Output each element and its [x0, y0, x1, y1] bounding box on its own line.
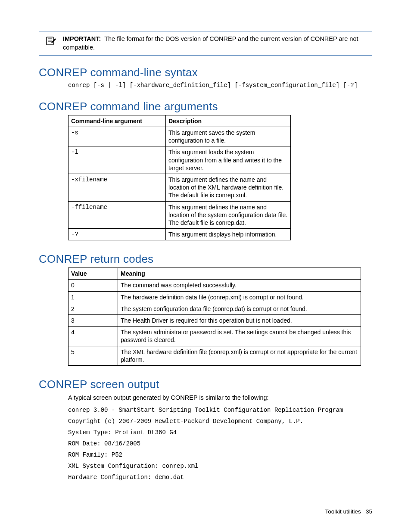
codes-table: Value Meaning 0The command was completed… — [68, 268, 361, 366]
important-label: IMPORTANT: — [63, 35, 101, 42]
table-row: 5The XML hardware definition file (conre… — [68, 346, 361, 365]
table-row: 4The system administrator password is se… — [68, 327, 361, 346]
important-text: The file format for the DOS version of C… — [63, 35, 358, 51]
args-table: Command-line argument Description -sThis… — [68, 115, 291, 240]
heading-codes: CONREP return codes — [39, 252, 372, 266]
heading-syntax: CONREP command-line syntax — [39, 66, 372, 79]
screen-output: conrep 3.00 - SmartStart Scripting Toolk… — [68, 407, 372, 481]
page-footer: Toolkit utilities 35 — [325, 508, 372, 515]
codes-col2: Meaning — [118, 268, 361, 280]
output-line: ROM Date: 08/16/2005 — [68, 440, 372, 447]
important-icon — [39, 35, 63, 46]
table-row: -lThis argument loads the system configu… — [68, 146, 291, 174]
table-row: -xfilenameThis argument defines the name… — [68, 174, 291, 201]
table-row: 2The system configuration data file (con… — [68, 303, 361, 314]
heading-output: CONREP screen output — [39, 378, 372, 391]
syntax-code: conrep [-s | -l] [-xhardware_definition_… — [68, 81, 372, 90]
table-row: 1The hardware definition data file (conr… — [68, 291, 361, 303]
args-col2: Description — [166, 115, 291, 127]
output-intro: A typical screen output generated by CON… — [68, 394, 372, 402]
output-line: XML System Configuration: conrep.xml — [68, 463, 372, 470]
table-row: -ffilenameThis argument defines the name… — [68, 201, 291, 229]
heading-args: CONREP command line arguments — [39, 100, 372, 113]
table-row: 3The Health Driver is required for this … — [68, 315, 361, 327]
footer-page: 35 — [366, 508, 372, 515]
output-line: System Type: ProLiant DL360 G4 — [68, 429, 372, 436]
args-col1: Command-line argument — [68, 115, 166, 127]
codes-col1: Value — [68, 268, 118, 280]
output-line: Copyright (c) 2007-2009 Hewlett-Packard … — [68, 418, 372, 425]
output-line: Hardware Configuration: demo.dat — [68, 474, 372, 481]
table-row: -sThis argument saves the system configu… — [68, 127, 291, 146]
footer-section: Toolkit utilities — [325, 508, 361, 515]
svg-rect-0 — [47, 37, 53, 45]
table-row: 0The command was completed successfully. — [68, 280, 361, 291]
output-line: ROM Family: P52 — [68, 451, 372, 458]
important-callout: IMPORTANT: The file format for the DOS v… — [39, 31, 372, 56]
output-line: conrep 3.00 - SmartStart Scripting Toolk… — [68, 407, 372, 414]
table-row: -?This argument displays help informatio… — [68, 229, 291, 240]
